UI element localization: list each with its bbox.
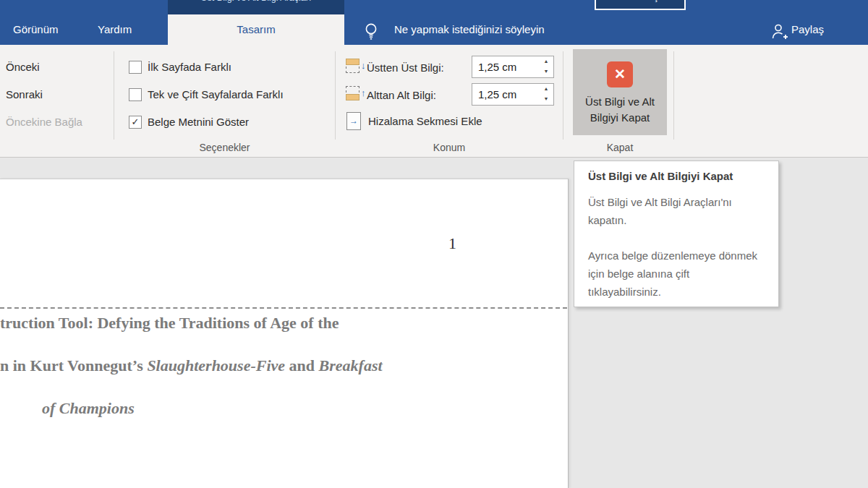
sign-in-label: Oturum açın	[596, 0, 684, 2]
group-label-close: Kapat	[573, 142, 667, 155]
tooltip-body-2: Ayrıca belge düzenlemeye dönmek için bel…	[588, 247, 758, 301]
insert-alignment-tab-button[interactable]: Hizalama Sekmesi Ekle	[368, 114, 482, 129]
footer-from-bottom-label: Alttan Alt Bilgi:	[367, 88, 436, 103]
spinner-arrows: ▲ ▼	[540, 84, 552, 105]
close-x-icon: ✕	[607, 61, 633, 87]
close-button-label-line1: Üst Bilgi ve Alt	[573, 95, 667, 108]
header-from-top-icon: ↓	[345, 57, 365, 76]
close-button-tooltip: Üst Bilgi ve Alt Bilgiyi Kapat Üst Bilgi…	[574, 160, 779, 307]
checkbox-box[interactable]	[129, 88, 142, 101]
book-title-italic: Breakfast	[319, 356, 383, 374]
book-title-italic: Slaughterhouse-Five	[147, 356, 285, 374]
sign-in-button[interactable]: Oturum açın	[595, 0, 686, 10]
share-button[interactable]: Paylaş	[791, 14, 824, 45]
group-divider	[563, 51, 563, 140]
spinner-arrows: ▲ ▼	[540, 56, 552, 77]
tell-me-search[interactable]: Ne yapmak istediğinizi söyleyin	[394, 14, 545, 45]
header-page-number[interactable]: 1	[448, 234, 456, 253]
alignment-tab-icon: →	[346, 112, 361, 130]
document-title-line2: n in Kurt Vonnegut’s Slaughterhouse-Five…	[0, 356, 383, 375]
checkbox-box[interactable]	[129, 61, 142, 74]
spinner-up-icon[interactable]: ▲	[540, 56, 552, 67]
spinner-value[interactable]: 1,25 cm	[478, 84, 516, 105]
checkbox-label: Belge Metnini Göster	[148, 115, 249, 129]
close-header-footer-button[interactable]: ✕ Üst Bilgi ve Alt Bilgiyi Kapat	[573, 49, 667, 135]
checkbox-label: Tek ve Çift Sayfalarda Farklı	[148, 87, 284, 102]
document-title-line3: of Champions	[42, 399, 135, 418]
checkbox-label: İlk Sayfada Farklı	[148, 60, 231, 74]
link-to-previous-button: Öncekine Bağla	[6, 115, 82, 129]
footer-from-bottom-spinner[interactable]: 1,25 cm ▲ ▼	[472, 83, 554, 106]
ribbon-tab-bar: Üst Bilgi ve Alt Bilgi Araçları Oturum a…	[0, 0, 868, 45]
checkbox-box-checked[interactable]: ✓	[129, 116, 142, 129]
previous-button[interactable]: Önceki	[6, 60, 40, 74]
share-person-add-icon	[771, 23, 788, 40]
spinner-down-icon[interactable]: ▼	[540, 94, 552, 104]
group-divider	[673, 51, 674, 140]
group-divider	[335, 51, 336, 140]
tab-tasarim[interactable]: Tasarım	[168, 14, 344, 45]
ribbon-design-tab-content: Önceki Sonraki Öncekine Bağla İlk Sayfad…	[0, 45, 868, 158]
spinner-up-icon[interactable]: ▲	[540, 84, 552, 94]
tooltip-title: Üst Bilgi ve Alt Bilgiyi Kapat	[588, 170, 733, 182]
close-button-label-line2: Bilgiyi Kapat	[573, 111, 667, 124]
document-page[interactable]: 1 truction Tool: Defying the Traditions …	[0, 179, 569, 488]
contextual-tab-group-label: Üst Bilgi ve Alt Bilgi Araçları	[168, 0, 344, 3]
contextual-tab-group-header: Üst Bilgi ve Alt Bilgi Araçları	[168, 0, 344, 14]
header-from-top-label: Üstten Üst Bilgi:	[367, 61, 444, 75]
tab-gorunum[interactable]: Görünüm	[13, 14, 59, 45]
tooltip-body-1: Üst Bilgi ve Alt Bilgi Araçları'nı kapat…	[588, 193, 758, 229]
next-button[interactable]: Sonraki	[6, 87, 43, 102]
group-label-position: Konum	[336, 142, 563, 155]
lightbulb-icon	[364, 22, 378, 41]
document-title-line1: truction Tool: Defying the Traditions of…	[0, 314, 339, 333]
header-from-top-spinner[interactable]: 1,25 cm ▲ ▼	[472, 56, 554, 78]
group-divider	[114, 51, 114, 140]
group-label-options: Seçenekler	[114, 142, 335, 155]
spinner-down-icon[interactable]: ▼	[540, 67, 552, 77]
header-boundary-dashed-line	[0, 307, 567, 309]
spinner-value[interactable]: 1,25 cm	[478, 56, 516, 77]
tab-yardim[interactable]: Yardım	[98, 14, 132, 45]
footer-from-bottom-icon: ↑	[345, 85, 365, 103]
